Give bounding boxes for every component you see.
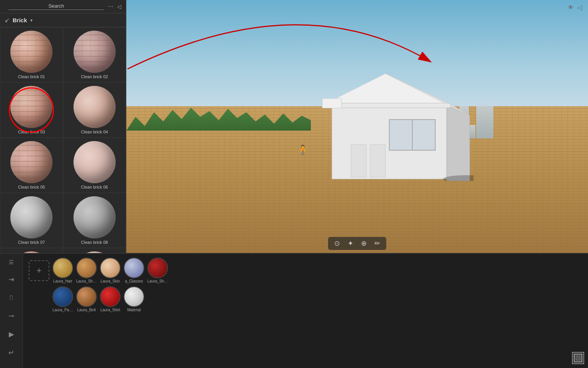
material-label-05: Clean brick 05: [18, 185, 45, 189]
slot-belt-wrapper: Laura_Belt: [76, 286, 97, 312]
slot-shirt2-wrapper: Laura_Shirt2: [147, 258, 168, 283]
hamburger-icon[interactable]: ☰: [7, 258, 15, 267]
material-slot-pants-label: Laura_Pants: [52, 308, 73, 312]
material-slot-row-2: Laura_Pants Laura_Belt Laura_Shirt Mater…: [52, 286, 582, 312]
character-figure: 🧍: [297, 145, 303, 157]
breadcrumb-row: ↙ Brick ▾: [0, 13, 126, 27]
material-sphere-04: [74, 86, 116, 128]
material-label-02: Clean brick 02: [81, 74, 108, 79]
material-label-08: Clean brick 08: [81, 240, 108, 245]
svg-rect-4: [324, 103, 451, 108]
material-item-03[interactable]: Clean brick 03: [0, 82, 63, 138]
preview-square-button[interactable]: [572, 352, 584, 364]
slot-shoes-wrapper: Laura_Shoes: [76, 258, 97, 283]
svg-marker-2: [324, 74, 451, 104]
material-sphere-02: [74, 31, 116, 73]
add-material-slot-button[interactable]: +: [29, 260, 49, 281]
material-item-09[interactable]: [0, 248, 63, 253]
trees: [126, 108, 311, 131]
viewport-toolbar: ⊙ ✦ ⊕ ✏: [328, 237, 386, 250]
material-slot-shoes[interactable]: [76, 258, 97, 278]
material-item-05[interactable]: Clean brick 05: [0, 138, 63, 193]
material-item-04[interactable]: Clean brick 04: [63, 82, 126, 138]
material-item-02[interactable]: Clean brick 02: [63, 27, 126, 82]
material-slot-material[interactable]: [124, 286, 144, 307]
svg-marker-1: [447, 104, 470, 181]
slot-glasses-wrapper: a_Glasses: [124, 258, 144, 283]
bottom-panel: ☰ ⇥ ⎍ ⊸ ▶ ↵ + Laura_Hair Laura_Shoes Lau…: [0, 253, 588, 368]
material-item-01[interactable]: Clean brick 01: [0, 27, 63, 82]
materials-grid: Clean brick 01 Clean brick 02 Clean bric…: [0, 27, 126, 253]
transform-tool-icon[interactable]: ⊕: [361, 239, 367, 248]
collapse-panel-icon[interactable]: ◁: [117, 3, 121, 10]
more-options-icon[interactable]: ⋯: [108, 3, 113, 10]
camera-tool-icon[interactable]: ⊙: [334, 239, 340, 248]
viewport-collapse-icon[interactable]: ◁: [578, 4, 582, 11]
material-slots-area: + Laura_Hair Laura_Shoes Laura_Skin a_Gl…: [23, 254, 588, 368]
top-area: Search ⋯ ◁ ↙ Brick ▾ Clean brick 01 Clea…: [0, 0, 588, 253]
material-slot-hair[interactable]: [52, 258, 73, 278]
viewport-header: 👁 ◁: [568, 4, 582, 11]
material-slot-glasses-label: a_Glasses: [124, 279, 144, 283]
material-browser-panel: Search ⋯ ◁ ↙ Brick ▾ Clean brick 01 Clea…: [0, 0, 126, 253]
material-sphere-03: [10, 86, 52, 128]
material-slot-pants[interactable]: [52, 286, 73, 307]
material-sphere-06: [74, 141, 116, 183]
import-icon[interactable]: ⇥: [7, 274, 16, 285]
material-slot-belt[interactable]: [76, 286, 97, 307]
viewport[interactable]: 🧍 👁 ◁ ⊙ ✦ ⊕ ✏: [126, 0, 588, 253]
svg-rect-9: [370, 145, 385, 177]
material-sphere-08: [74, 196, 116, 238]
play-icon[interactable]: ▶: [7, 329, 16, 340]
material-label-06: Clean brick 06: [81, 185, 108, 189]
material-slot-row-1: + Laura_Hair Laura_Shoes Laura_Skin a_Gl…: [29, 258, 582, 283]
building: [476, 102, 493, 138]
svg-rect-5: [322, 99, 341, 108]
material-slot-hair-label: Laura_Hair: [52, 279, 73, 283]
slot-shirt-wrapper: Laura_Shirt: [100, 286, 121, 312]
material-slot-material-label: Material: [124, 308, 144, 312]
material-item-08[interactable]: Clean brick 08: [63, 193, 126, 248]
material-item-06[interactable]: Clean brick 06: [63, 138, 126, 193]
material-slot-shirt[interactable]: [100, 286, 121, 307]
material-label-04: Clean brick 04: [81, 130, 108, 134]
grid-tool-icon[interactable]: ✦: [348, 239, 353, 248]
material-sphere-09: [10, 251, 52, 253]
panel-header: Search ⋯ ◁: [0, 0, 126, 13]
slot-pants-wrapper: Laura_Pants: [52, 286, 73, 312]
house-svg: [320, 70, 474, 181]
back-icon[interactable]: ↙: [5, 16, 10, 24]
house-3d: [320, 70, 466, 177]
search-bar[interactable]: Search: [8, 3, 104, 10]
material-slot-skin[interactable]: [100, 258, 121, 278]
left-sidebar: ☰ ⇥ ⎍ ⊸ ▶ ↵: [0, 254, 23, 368]
material-sphere-01: [10, 31, 52, 73]
material-item-10[interactable]: [63, 248, 126, 253]
breadcrumb-dropdown-icon[interactable]: ▾: [30, 18, 33, 23]
settings-icon[interactable]: ⊸: [7, 310, 16, 322]
material-label-07: Clean brick 07: [18, 240, 45, 245]
eye-icon[interactable]: 👁: [568, 4, 574, 11]
export-icon[interactable]: ↵: [7, 347, 16, 358]
svg-rect-13: [576, 356, 580, 360]
material-label-03: Clean brick 03: [18, 130, 45, 134]
graph-icon[interactable]: ⎍: [8, 292, 15, 303]
material-slot-shirt2[interactable]: [147, 258, 168, 278]
material-slot-shirt2-label: Laura_Shirt2: [147, 279, 168, 283]
material-sphere-05: [10, 141, 52, 183]
slot-skin-wrapper: Laura_Skin: [100, 258, 121, 283]
material-slot-glasses[interactable]: [124, 258, 144, 278]
paint-tool-icon[interactable]: ✏: [374, 239, 380, 248]
material-sphere-10: [74, 251, 116, 253]
slot-material-wrapper: Material: [124, 286, 144, 312]
material-slot-shoes-label: Laura_Shoes: [76, 279, 97, 283]
svg-rect-8: [351, 145, 366, 177]
material-slot-shirt-label: Laura_Shirt: [100, 308, 121, 312]
material-label-01: Clean brick 01: [18, 74, 45, 79]
material-item-07[interactable]: Clean brick 07: [0, 193, 63, 248]
slot-hair-wrapper: Laura_Hair: [52, 258, 73, 283]
panel-icons: ⋯ ◁: [108, 3, 121, 10]
material-slot-skin-label: Laura_Skin: [100, 279, 121, 283]
breadcrumb-label[interactable]: Brick: [13, 17, 27, 23]
material-sphere-07: [10, 196, 52, 238]
